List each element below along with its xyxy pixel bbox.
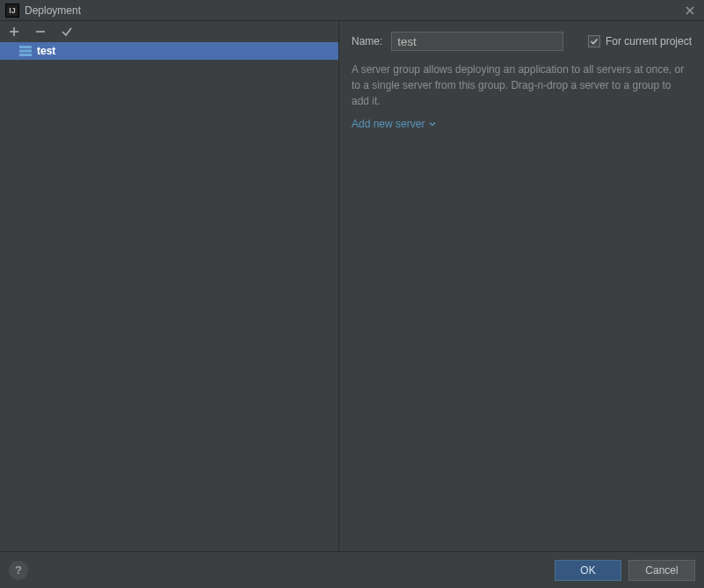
left-toolbar: [0, 21, 338, 42]
minus-icon: [34, 25, 47, 38]
server-group-icon: [19, 46, 32, 56]
close-button[interactable]: [681, 2, 699, 19]
footer: ? OK Cancel: [0, 551, 704, 588]
titlebar: IJ Deployment: [0, 0, 704, 21]
name-label: Name:: [352, 35, 382, 47]
for-current-project-label: For current project: [606, 35, 692, 47]
help-button[interactable]: ?: [9, 561, 28, 580]
main-split: test Name: For current project A server …: [0, 21, 704, 551]
cancel-button[interactable]: Cancel: [628, 560, 695, 581]
tree-item[interactable]: test: [0, 42, 338, 60]
add-button[interactable]: [7, 25, 21, 39]
left-panel: test: [0, 21, 339, 551]
svg-rect-6: [19, 50, 32, 53]
form: Name: For current project A server group…: [339, 21, 704, 139]
add-new-server-label: Add new server: [352, 118, 425, 130]
for-current-project-checkbox[interactable]: For current project: [588, 35, 692, 47]
svg-rect-5: [19, 46, 32, 48]
close-icon: [686, 6, 694, 15]
tree-item-label: test: [37, 45, 55, 57]
check-icon: [61, 25, 73, 38]
check-icon: [590, 37, 599, 46]
svg-rect-7: [19, 54, 32, 56]
window-title: Deployment: [25, 4, 681, 17]
chevron-down-icon: [428, 120, 437, 128]
name-row: Name: For current project: [352, 32, 692, 51]
server-tree[interactable]: test: [0, 42, 338, 551]
right-panel: Name: For current project A server group…: [339, 21, 704, 551]
apply-button[interactable]: [60, 25, 74, 39]
plus-icon: [8, 25, 20, 38]
checkbox-box: [588, 35, 600, 47]
server-group-description: A server group allows deploying an appli…: [352, 62, 692, 109]
app-icon: IJ: [5, 4, 19, 18]
add-new-server-link[interactable]: Add new server: [352, 118, 437, 130]
remove-button[interactable]: [33, 25, 47, 39]
name-input[interactable]: [391, 32, 563, 51]
ok-button[interactable]: OK: [555, 560, 621, 581]
